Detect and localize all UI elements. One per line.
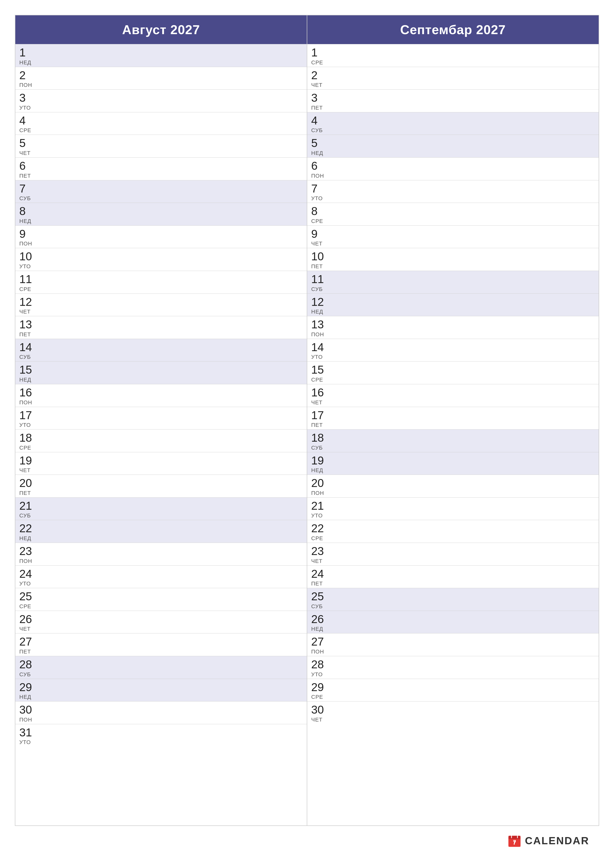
day-content [330, 429, 598, 452]
day-row: 21УТО [307, 498, 598, 520]
day-content [330, 180, 598, 203]
day-content [37, 498, 307, 520]
day-number-block: 2ПОН [16, 67, 37, 90]
day-number-block: 21СУБ [16, 498, 37, 520]
day-content [37, 634, 307, 656]
day-number-block: 29СРЕ [307, 679, 330, 702]
day-row: 1СРЕ [307, 44, 598, 67]
day-number: 12 [311, 296, 324, 308]
day-content [330, 271, 598, 293]
day-content [37, 520, 307, 542]
day-row: 13ПОН [307, 316, 598, 339]
day-content [37, 452, 307, 475]
month-header-september: Септембар 2027 [307, 16, 598, 44]
day-content [37, 407, 307, 429]
day-number-block: 5ЧЕТ [16, 135, 37, 157]
day-content [330, 679, 598, 702]
day-row: 8НЕД [16, 203, 307, 225]
day-name: ЧЕТ [311, 558, 323, 564]
day-content [37, 702, 307, 724]
day-content [37, 611, 307, 634]
day-row: 15НЕД [16, 361, 307, 384]
day-number-block: 8НЕД [16, 203, 37, 225]
day-row: 17ПЕТ [307, 407, 598, 429]
day-row: 24ПЕТ [307, 566, 598, 588]
calendar-grid: Август 20271НЕД2ПОН3УТО4СРЕ5ЧЕТ6ПЕТ7СУБ8… [15, 15, 599, 826]
day-content [330, 316, 598, 339]
day-number: 30 [19, 704, 32, 716]
day-name: СУБ [19, 354, 31, 360]
day-name: СРЕ [311, 59, 323, 66]
day-row: 31УТО [16, 724, 307, 747]
day-name: ПОН [311, 648, 324, 655]
day-number-block: 22НЕД [16, 520, 37, 542]
day-number: 30 [311, 704, 324, 716]
day-content [37, 294, 307, 316]
day-number-block: 20ПОН [307, 475, 330, 498]
day-number-block: 13ПЕТ [16, 316, 37, 339]
day-name: УТО [19, 422, 31, 428]
day-number-block: 8СРЕ [307, 203, 330, 225]
day-name: ЧЕТ [311, 82, 323, 88]
day-content [37, 158, 307, 180]
day-number-block: 2ЧЕТ [307, 67, 330, 90]
day-number-block: 19ЧЕТ [16, 452, 37, 475]
svg-text:7: 7 [513, 840, 516, 846]
day-content [37, 384, 307, 407]
day-row: 2ПОН [16, 67, 307, 90]
day-number-block: 25СРЕ [16, 588, 37, 611]
day-number: 27 [19, 636, 32, 648]
day-number-block: 9ПОН [16, 226, 37, 248]
day-name: НЕД [19, 59, 31, 66]
day-name: ПОН [311, 173, 324, 179]
day-number-block: 3УТО [16, 90, 37, 112]
day-name: ЧЕТ [19, 150, 31, 157]
day-row: 8СРЕ [307, 203, 598, 225]
day-number: 7 [19, 182, 26, 195]
day-number-block: 11СУБ [307, 271, 330, 293]
day-number-block: 13ПОН [307, 316, 330, 339]
day-number-block: 18СУБ [307, 429, 330, 452]
day-number: 10 [311, 250, 324, 263]
day-number-block: 12НЕД [307, 294, 330, 316]
day-row: 28УТО [307, 656, 598, 679]
day-row: 16ЧЕТ [307, 384, 598, 407]
day-row: 1НЕД [16, 44, 307, 67]
day-number-block: 26НЕД [307, 611, 330, 634]
day-name: СРЕ [19, 445, 31, 451]
day-row: 7СУБ [16, 180, 307, 203]
day-row: 27ПОН [307, 633, 598, 656]
day-number-block: 28УТО [307, 656, 330, 679]
day-number-block: 27ПОН [307, 634, 330, 656]
day-content [330, 566, 598, 588]
day-name: ПЕТ [19, 648, 31, 655]
day-content [330, 226, 598, 248]
day-content [330, 135, 598, 157]
day-number: 18 [19, 431, 32, 444]
day-content [330, 44, 598, 67]
day-number: 23 [19, 545, 32, 558]
day-number-block: 14УТО [307, 339, 330, 361]
day-number-block: 19НЕД [307, 452, 330, 475]
day-number: 4 [311, 114, 318, 127]
day-number: 15 [311, 363, 324, 376]
day-name: СУБ [311, 127, 323, 133]
day-content [330, 702, 598, 724]
day-row: 26НЕД [307, 611, 598, 634]
day-row: 2ЧЕТ [307, 67, 598, 90]
day-row: 11СУБ [307, 271, 598, 293]
day-row: 3УТО [16, 89, 307, 112]
day-row: 21СУБ [16, 498, 307, 520]
day-number: 6 [311, 160, 318, 172]
day-name: ПЕТ [19, 490, 31, 496]
day-row: 5ЧЕТ [16, 135, 307, 157]
day-number: 20 [19, 477, 32, 490]
day-name: ПОН [19, 399, 32, 406]
day-number-block: 22СРЕ [307, 520, 330, 542]
day-content [37, 679, 307, 702]
day-name: ПЕТ [19, 173, 31, 179]
day-number: 29 [19, 681, 32, 694]
day-name: ПОН [311, 331, 324, 338]
day-number: 16 [19, 386, 32, 399]
day-row: 29СРЕ [307, 679, 598, 702]
